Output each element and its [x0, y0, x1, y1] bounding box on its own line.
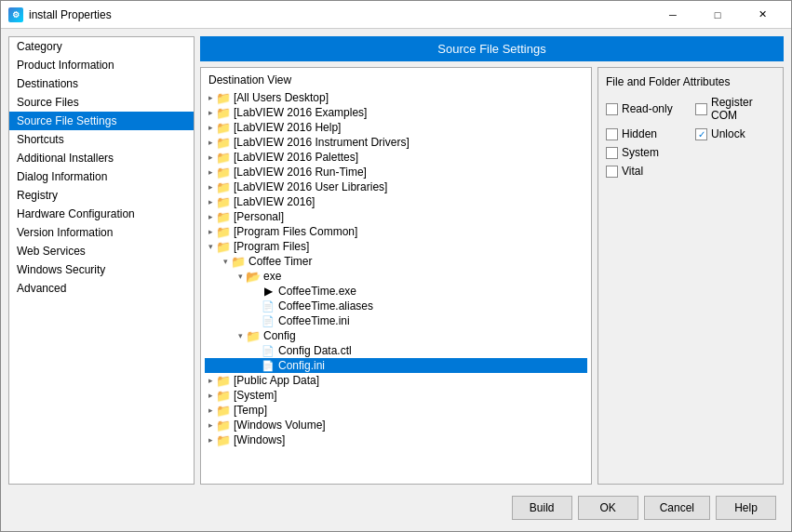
tree-label: [All Users Desktop]: [234, 91, 329, 104]
folder-icon: 📁: [216, 121, 231, 135]
attr-item-unlock[interactable]: Unlock: [695, 127, 775, 140]
tree-node[interactable]: ▾📂exe: [205, 269, 587, 284]
tree-label: [LabVIEW 2016 Examples]: [234, 106, 367, 119]
tree-label: [LabVIEW 2016 Run-Time]: [234, 166, 367, 179]
folder-icon: 📁: [216, 151, 231, 165]
tree-label: CoffeeTime.aliases: [278, 299, 373, 313]
folder-icon: 📁: [216, 433, 231, 447]
sidebar-item-version-info[interactable]: Version Information: [9, 223, 194, 242]
sidebar-item-windows-security[interactable]: Windows Security: [9, 260, 194, 279]
maximize-button[interactable]: □: [696, 6, 739, 24]
tree-node[interactable]: ▸📁[Windows Volume]: [205, 418, 587, 432]
build-button[interactable]: Build: [512, 496, 572, 520]
bottom-bar: Build OK Cancel Help: [8, 492, 784, 524]
attr-item-read-only[interactable]: Read-only: [606, 96, 686, 122]
tree-view: ▸📁[All Users Desktop]▸📁[LabVIEW 2016 Exa…: [205, 90, 587, 447]
tree-node[interactable]: ▸📁[LabVIEW 2016 Help]: [205, 120, 587, 135]
tree-node[interactable]: ▸📁[All Users Desktop]: [205, 90, 587, 105]
tree-label: [LabVIEW 2016 User Libraries]: [234, 180, 387, 193]
tree-node[interactable]: ▸📁[LabVIEW 2016 Palettes]: [205, 150, 587, 165]
tree-node[interactable]: 📄CoffeeTime.ini: [205, 313, 587, 328]
checkbox-vital[interactable]: [606, 166, 618, 178]
folder-icon: 📁: [216, 225, 231, 239]
attr-item-system[interactable]: System: [606, 146, 686, 159]
tree-label: Config.ini: [278, 359, 325, 372]
folder-icon: 📁: [216, 180, 231, 194]
tree-node[interactable]: ▸📁[LabVIEW 2016 User Libraries]: [205, 180, 587, 194]
title-bar: ⚙ install Properties ─ □ ✕: [1, 1, 791, 29]
folder-icon: 📁: [216, 374, 231, 388]
tree-node[interactable]: ▾📁[Program Files]: [205, 239, 587, 254]
tree-node[interactable]: ▾📁Config: [205, 328, 587, 343]
folder-icon: 📁: [216, 389, 231, 403]
sidebar-item-destinations[interactable]: Destinations: [9, 74, 194, 93]
right-panel: Source File Settings Destination View ▸📁…: [200, 36, 784, 485]
panel-body: Destination View ▸📁[All Users Desktop]▸📁…: [200, 67, 784, 485]
help-button[interactable]: Help: [716, 496, 776, 520]
ini-icon: 📄: [262, 360, 275, 372]
tree-node[interactable]: 📄CoffeeTime.aliases: [205, 299, 587, 313]
tree-node[interactable]: ▸📁[System]: [205, 388, 587, 403]
checkbox-read-only[interactable]: [606, 103, 618, 115]
attr-label: Register COM: [711, 96, 775, 122]
tree-label: [LabVIEW 2016 Palettes]: [234, 151, 358, 164]
checkbox-system[interactable]: [606, 147, 618, 159]
tree-node[interactable]: ▶CoffeeTime.exe: [205, 284, 587, 299]
sidebar-item-registry[interactable]: Registry: [9, 186, 194, 205]
sidebar-item-additional-installers[interactable]: Additional Installers: [9, 149, 194, 167]
attr-label: Read-only: [622, 102, 673, 115]
minimize-button[interactable]: ─: [651, 6, 694, 24]
tree-label: Config Data.ctl: [278, 344, 352, 357]
folder-icon: 📁: [216, 240, 231, 254]
folder-icon: 📁: [216, 166, 231, 180]
attr-label: Hidden: [622, 127, 657, 140]
tree-label: Config: [263, 329, 296, 342]
tree-node[interactable]: ▸📁[Temp]: [205, 403, 587, 418]
attr-item-register-com[interactable]: Register COM: [695, 96, 775, 122]
tree-node[interactable]: ▸📁[Program Files Common]: [205, 224, 587, 239]
sidebar-item-dialog-info[interactable]: Dialog Information: [9, 167, 194, 186]
tree-label: Coffee Timer: [248, 255, 312, 268]
close-button[interactable]: ✕: [741, 6, 784, 24]
sidebar-item-web-services[interactable]: Web Services: [9, 242, 194, 260]
tree-node[interactable]: ▸📁[Public App Data]: [205, 373, 587, 388]
tree-node[interactable]: ▸📁[Windows]: [205, 432, 587, 447]
tree-node[interactable]: ▾📁Coffee Timer: [205, 254, 587, 269]
sidebar-item-source-file-settings[interactable]: Source File Settings: [9, 112, 194, 130]
tree-node[interactable]: ▸📁[Personal]: [205, 209, 587, 224]
sidebar-item-shortcuts[interactable]: Shortcuts: [9, 130, 194, 149]
tree-label: [Windows Volume]: [234, 419, 326, 432]
ctl-icon: 📄: [262, 345, 275, 357]
folder-icon: 📁: [216, 419, 231, 432]
tree-node[interactable]: 📄Config Data.ctl: [205, 343, 587, 358]
sidebar-item-source-files[interactable]: Source Files: [9, 93, 194, 112]
ini-icon: 📄: [262, 315, 275, 327]
folder-icon: 📁: [216, 136, 231, 150]
tree-label: [Program Files Common]: [234, 225, 357, 238]
checkbox-hidden[interactable]: [606, 128, 618, 140]
destination-view-header: Destination View: [205, 72, 587, 90]
ok-button[interactable]: OK: [578, 496, 638, 520]
attr-item-vital[interactable]: Vital: [606, 165, 686, 178]
cancel-button[interactable]: Cancel: [644, 496, 710, 520]
window-controls: ─ □ ✕: [651, 6, 784, 24]
attributes-title: File and Folder Attributes: [606, 75, 775, 88]
sidebar-item-product-info[interactable]: Product Information: [9, 56, 194, 74]
sidebar-item-advanced[interactable]: Advanced: [9, 279, 194, 298]
sidebar-item-hardware-config[interactable]: Hardware Configuration: [9, 205, 194, 223]
attr-item-hidden[interactable]: Hidden: [606, 127, 686, 140]
folder-icon: 📁: [246, 329, 261, 343]
tree-node[interactable]: ▸📁[LabVIEW 2016 Instrument Drivers]: [205, 135, 587, 150]
tree-label: CoffeeTime.exe: [278, 285, 356, 298]
panel-header: Source File Settings: [200, 36, 784, 61]
tree-node[interactable]: 📄Config.ini: [205, 358, 587, 373]
folder-open-icon: 📂: [246, 270, 261, 284]
tree-node[interactable]: ▸📁[LabVIEW 2016 Examples]: [205, 105, 587, 120]
tree-node[interactable]: ▸📁[LabVIEW 2016]: [205, 194, 587, 209]
checkbox-register-com[interactable]: [695, 103, 707, 115]
sidebar-item-category[interactable]: Category: [9, 37, 194, 56]
checkbox-unlock[interactable]: [695, 128, 707, 140]
tree-label: [Windows]: [234, 433, 285, 446]
tree-label: exe: [263, 270, 281, 283]
tree-node[interactable]: ▸📁[LabVIEW 2016 Run-Time]: [205, 165, 587, 180]
